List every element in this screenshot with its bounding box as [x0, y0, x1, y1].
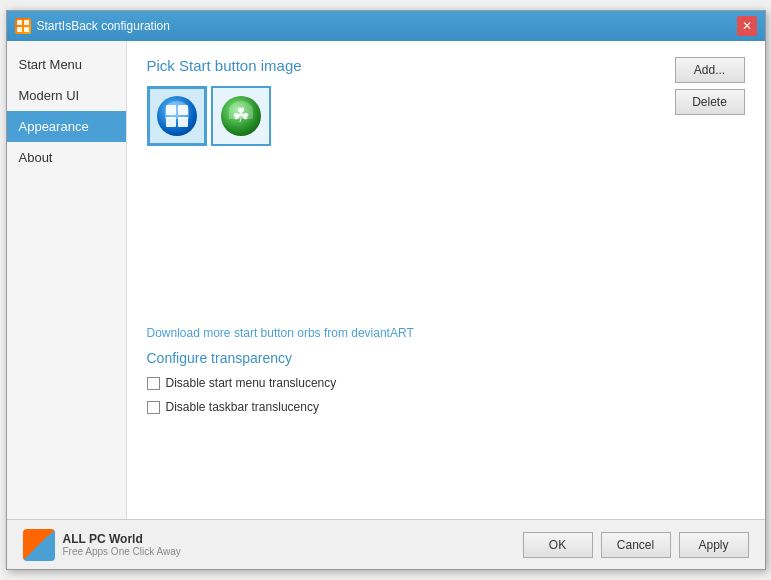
- right-buttons: Add... Delete: [675, 57, 745, 115]
- sidebar-item-about[interactable]: About: [7, 142, 126, 173]
- close-button[interactable]: ✕: [737, 16, 757, 36]
- app-icon: [15, 18, 31, 34]
- image-item-clover[interactable]: ☘: [211, 86, 271, 146]
- checkbox-start-menu-label: Disable start menu translucency: [166, 376, 337, 390]
- svg-rect-2: [17, 27, 22, 32]
- sidebar-item-start-menu[interactable]: Start Menu: [7, 49, 126, 80]
- flag-q1: [166, 105, 176, 115]
- apply-button[interactable]: Apply: [679, 532, 749, 558]
- windows-flag-icon: [166, 105, 188, 127]
- checkbox-start-menu[interactable]: [147, 377, 160, 390]
- checkbox-taskbar[interactable]: [147, 401, 160, 414]
- image-item-windows[interactable]: [147, 86, 207, 146]
- svg-rect-1: [24, 20, 29, 25]
- image-area: ☘: [147, 86, 302, 146]
- brand-name: ALL PC World: [63, 532, 181, 546]
- main-window: StartIsBack configuration ✕ Start Menu M…: [6, 10, 766, 570]
- svg-rect-0: [17, 20, 22, 25]
- clover-orb: ☘: [221, 96, 261, 136]
- clover-icon: ☘: [232, 105, 250, 125]
- main-area: Pick Start button image: [127, 41, 765, 519]
- footer: ALL PC World Free Apps One Click Away OK…: [7, 519, 765, 569]
- content-area: Start Menu Modern UI Appearance About Pi…: [7, 41, 765, 519]
- brand-icon: [23, 529, 55, 561]
- titlebar: StartIsBack configuration ✕: [7, 11, 765, 41]
- transparency-title: Configure transparency: [147, 350, 745, 366]
- sidebar: Start Menu Modern UI Appearance About: [7, 41, 127, 519]
- add-button[interactable]: Add...: [675, 57, 745, 83]
- brand-text: ALL PC World Free Apps One Click Away: [63, 532, 181, 557]
- flag-q2: [178, 105, 188, 115]
- window-title: StartIsBack configuration: [37, 19, 170, 33]
- titlebar-left: StartIsBack configuration: [15, 18, 170, 34]
- download-link[interactable]: Download more start button orbs from dev…: [147, 326, 745, 340]
- svg-rect-3: [24, 27, 29, 32]
- flag-q3: [166, 117, 176, 127]
- footer-buttons: OK Cancel Apply: [523, 532, 749, 558]
- section-title: Pick Start button image: [147, 57, 302, 74]
- sidebar-item-modern-ui[interactable]: Modern UI: [7, 80, 126, 111]
- flag-q4: [178, 117, 188, 127]
- sidebar-item-appearance[interactable]: Appearance: [7, 111, 126, 142]
- cancel-button[interactable]: Cancel: [601, 532, 671, 558]
- ok-button[interactable]: OK: [523, 532, 593, 558]
- windows-orb: [157, 96, 197, 136]
- checkbox-taskbar-label: Disable taskbar translucency: [166, 400, 319, 414]
- brand-subtitle: Free Apps One Click Away: [63, 546, 181, 557]
- brand-area: ALL PC World Free Apps One Click Away: [23, 529, 181, 561]
- checkbox-row-2: Disable taskbar translucency: [147, 400, 745, 414]
- left-section: Pick Start button image: [147, 57, 302, 146]
- checkbox-row-1: Disable start menu translucency: [147, 376, 745, 390]
- delete-button[interactable]: Delete: [675, 89, 745, 115]
